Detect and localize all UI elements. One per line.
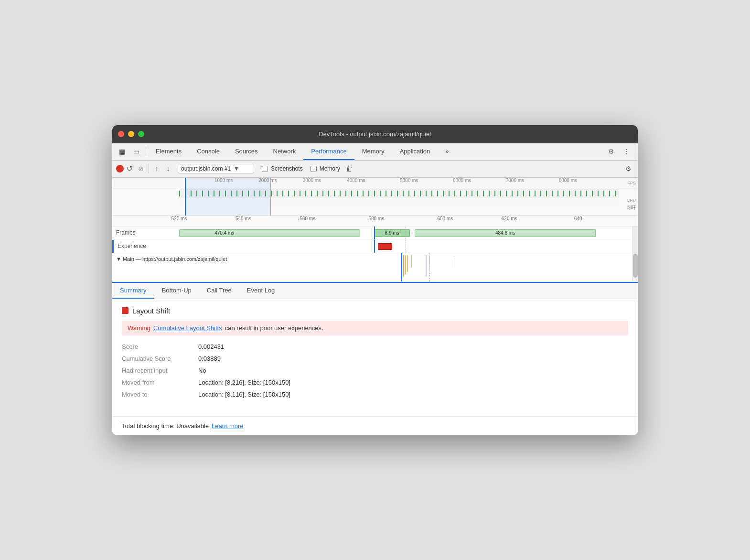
moved-to-row: Moved to Location: [8,116], Size: [150x1… (122, 391, 628, 398)
experience-bar-area (179, 240, 632, 253)
tab-application[interactable]: Application (392, 143, 438, 160)
timeline-cursor (185, 178, 186, 215)
timeline-selection[interactable] (185, 178, 271, 215)
frames-bar-area: 470.4 ms 8.9 ms 484.6 ms (179, 226, 632, 239)
detail-mark-620: 620 ms (502, 216, 517, 221)
detail-ruler-marks: 520 ms 540 ms 560 ms 580 ms 600 ms 620 m… (179, 216, 638, 226)
ruler-mark-7000: 7000 ms (506, 178, 524, 183)
cpu-label: CPU (627, 198, 636, 203)
tab-network[interactable]: Network (266, 143, 304, 160)
frames-row: Frames 470.4 ms 8.9 ms 484.6 ms (112, 226, 638, 240)
scrollbar-track-main (632, 253, 638, 281)
detail-cursor (374, 226, 375, 239)
main-bar-area (227, 253, 632, 281)
memory-checkbox-group: Memory (311, 165, 340, 172)
record-button[interactable] (116, 165, 124, 172)
experience-cursor (374, 240, 375, 253)
main-dashed (429, 253, 430, 281)
detail-mark-580: 580 ms (368, 216, 384, 221)
performance-toolbar: ↺ ⊘ ↑ ↓ output.jsbin.com #1 ▼ Screenshot… (112, 161, 638, 178)
main-label: ▼ Main — https://output.jsbin.com/zajami… (112, 253, 227, 281)
flame-bar-1 (403, 255, 404, 277)
window-title: DevTools - output.jsbin.com/zajamil/quie… (319, 130, 431, 138)
bottom-tabs: Summary Bottom-Up Call Tree Event Log (112, 283, 638, 299)
detail-ruler: 520 ms 540 ms 560 ms 580 ms 600 ms 620 m… (112, 216, 638, 226)
tab-elements[interactable]: Elements (148, 143, 189, 160)
close-button[interactable] (118, 131, 124, 137)
more-icon[interactable]: ⋮ (621, 146, 632, 157)
tab-summary[interactable]: Summary (112, 283, 154, 299)
detail-mark-520: 520 ms (171, 216, 187, 221)
cumulative-score-row: Cumulative Score 0.03889 (122, 355, 628, 362)
had-recent-input-row: Had recent input No (122, 367, 628, 374)
detail-mark-540: 540 ms (236, 216, 251, 221)
flame-bar-7 (454, 258, 454, 268)
tab-event-log[interactable]: Event Log (239, 283, 283, 299)
flame-bar-2 (405, 255, 406, 274)
capture-settings-icon[interactable]: ⚙ (622, 163, 634, 174)
score-row: Score 0.002431 (122, 343, 628, 350)
cumulative-score-value: 0.03889 (198, 355, 221, 362)
frames-label: Frames (112, 226, 179, 239)
cls-link[interactable]: Cumulative Layout Shifts (153, 324, 222, 332)
tab-more[interactable]: » (438, 143, 456, 160)
reload-button[interactable]: ↺ (124, 163, 135, 174)
score-value: 0.002431 (198, 343, 224, 350)
settings-icon[interactable]: ⚙ (605, 146, 617, 157)
bottom-info: Total blocking time: Unavailable Learn m… (112, 416, 638, 435)
detail-mark-640: 640 (574, 216, 582, 221)
frame-bar-1 (179, 229, 360, 237)
inspect-icon[interactable]: ▦ (116, 146, 128, 157)
separator (146, 147, 146, 156)
had-recent-input-value: No (198, 367, 206, 374)
learn-more-link[interactable]: Learn more (212, 422, 243, 430)
tab-sources[interactable]: Sources (227, 143, 266, 160)
experience-label: Experience (112, 240, 179, 253)
detail-dashed (406, 226, 406, 239)
layout-shift-icon (122, 307, 129, 314)
flame-bar-4 (411, 255, 412, 267)
flame-bar-3 (407, 255, 408, 272)
tab-call-tree[interactable]: Call Tree (199, 283, 239, 299)
maximize-button[interactable] (138, 131, 144, 137)
detail-mark-600: 600 ms (437, 216, 453, 221)
moved-to-label: Moved to (122, 391, 198, 398)
flame-bar-5 (426, 255, 427, 277)
screenshots-checkbox[interactable] (262, 166, 268, 172)
toolbar-separator (149, 164, 149, 173)
upload-icon[interactable]: ↑ (151, 163, 162, 174)
warning-banner: Warning Cumulative Layout Shifts can res… (122, 321, 628, 335)
toolbar-icons-left: ▦ ▭ (114, 146, 144, 157)
tab-bottom-up[interactable]: Bottom-Up (154, 283, 199, 299)
titlebar: DevTools - output.jsbin.com/zajamil/quie… (112, 125, 638, 143)
ruler-mark-5000: 5000 ms (400, 178, 418, 183)
memory-checkbox[interactable] (311, 166, 317, 172)
summary-content: Layout Shift Warning Cumulative Layout S… (112, 299, 638, 410)
tab-performance[interactable]: Performance (303, 143, 354, 160)
frame-time-1: 470.4 ms (214, 230, 234, 236)
url-arrow-icon: ▼ (234, 165, 239, 172)
experience-rect[interactable] (378, 243, 392, 250)
moved-from-value: Location: [8,216], Size: [150x150] (198, 379, 290, 386)
traffic-lights (118, 131, 144, 137)
total-blocking-time: Total blocking time: Unavailable (122, 422, 209, 430)
scrollbar-track-exp (632, 240, 638, 253)
tab-console[interactable]: Console (189, 143, 227, 160)
timeline-overview[interactable]: 1000 ms 2000 ms 3000 ms 4000 ms 5000 ms … (112, 178, 638, 216)
device-icon[interactable]: ▭ (130, 146, 142, 157)
ruler-mark-4000: 4000 ms (347, 178, 365, 183)
download-icon[interactable]: ↓ (162, 163, 174, 174)
screenshots-checkbox-group: Screenshots (262, 165, 303, 172)
ruler-mark-6000: 6000 ms (453, 178, 471, 183)
net-label-text: NET (627, 205, 636, 209)
url-select[interactable]: output.jsbin.com #1 ▼ (178, 164, 254, 173)
tab-memory[interactable]: Memory (354, 143, 392, 160)
stop-button[interactable]: ⊘ (135, 163, 147, 174)
scrollbar-track-frames (632, 226, 638, 239)
clear-button[interactable]: 🗑 (346, 165, 353, 172)
frame-time-2: 8.9 ms (385, 230, 399, 236)
scrollbar-thumb[interactable] (633, 254, 638, 278)
minimize-button[interactable] (128, 131, 134, 137)
experience-row: Experience (112, 240, 638, 253)
detail-timeline: 520 ms 540 ms 560 ms 580 ms 600 ms 620 m… (112, 216, 638, 283)
